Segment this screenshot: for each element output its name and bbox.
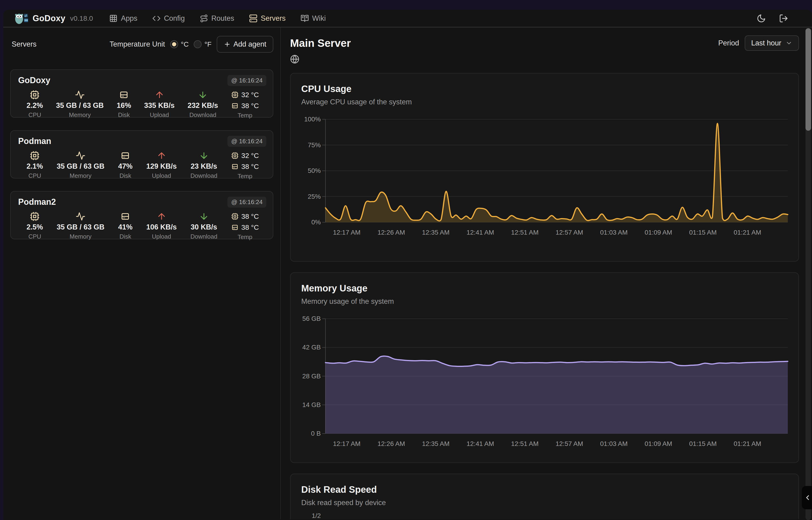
x-axis-tick: 01:15 AM: [689, 440, 717, 447]
route-icon: [200, 14, 208, 23]
cpu-usage-chart[interactable]: 100%75%50%25%0% 12:17 AM12:26 AM12:35 AM…: [301, 119, 788, 239]
x-axis-tick: 12:41 AM: [467, 440, 494, 447]
chart-plot-svg[interactable]: [326, 119, 788, 222]
radio-unselected[interactable]: [194, 40, 202, 48]
y-axis-tick: 42 GB: [301, 343, 321, 352]
chart-subtitle: Memory usage of the system: [301, 297, 788, 306]
hard-drive-icon: [231, 224, 239, 231]
cpu-chip-icon: [231, 213, 239, 220]
fahrenheit-label: °F: [204, 40, 212, 48]
arrow-up-icon: [157, 211, 166, 221]
page-title: Main Server: [290, 37, 351, 49]
celsius-label: °C: [181, 40, 189, 48]
hard-drive-icon: [120, 151, 130, 160]
chart-title: CPU Usage: [301, 84, 788, 94]
x-axis-tick: 12:57 AM: [556, 229, 583, 236]
x-axis-tick: 12:35 AM: [422, 440, 450, 447]
server-metrics: 2.5%CPU 35 GB / 63 GBMemory 41%Disk 106 …: [18, 211, 265, 241]
metric-download: 232 KB/sDownload: [188, 90, 218, 119]
arrow-up-icon: [155, 90, 164, 100]
chevron-left-icon: [804, 494, 812, 501]
hard-drive-icon: [120, 211, 130, 221]
metric-memory: 35 GB / 63 GBMemory: [56, 90, 104, 119]
temp-unit-fahrenheit-radio[interactable]: °F: [194, 40, 212, 48]
server-metrics: 2.2%CPU 35 GB / 63 GBMemory 16%Disk 335 …: [18, 90, 265, 119]
x-axis-tick: 12:26 AM: [377, 440, 405, 447]
server-metrics: 2.1%CPU 35 GB / 63 GBMemory 47%Disk 129 …: [18, 151, 265, 180]
arrow-down-icon: [199, 151, 209, 160]
navbar-actions: [757, 14, 801, 23]
x-axis-labels: 12:17 AM12:26 AM12:35 AM12:41 AM12:51 AM…: [301, 434, 788, 450]
period-label: Period: [718, 39, 739, 47]
memory-usage-card: Memory Usage Memory usage of the system …: [290, 272, 799, 463]
metric-cpu: 2.1%CPU: [27, 151, 43, 180]
brand[interactable]: GoDoxy v0.18.0: [14, 12, 93, 25]
x-axis-labels: 12:17 AM12:26 AM12:35 AM12:41 AM12:51 AM…: [301, 222, 788, 239]
metric-cpu: 2.2%CPU: [27, 90, 43, 119]
y-axis-tick: 25%: [301, 192, 321, 201]
main-panel: Main Server Period Last hour CPU Usage A…: [281, 27, 812, 519]
x-axis-tick: 12:51 AM: [511, 440, 538, 447]
x-axis-tick: 12:17 AM: [333, 440, 360, 447]
metric-disk: 41%Disk: [118, 211, 133, 241]
server-card-godoxy[interactable]: GoDoxy @ 16:16:24 2.2%CPU 35 GB / 63 GBM…: [10, 70, 273, 118]
hard-drive-icon: [231, 102, 239, 109]
metric-disk: 47%Disk: [118, 151, 133, 180]
nav-item-servers[interactable]: Servers: [249, 14, 286, 23]
metric-upload: 106 KB/sUpload: [146, 211, 177, 241]
server-card-podman2[interactable]: Podman2 @ 16:16:24 2.5%CPU 35 GB / 63 GB…: [10, 191, 273, 239]
apps-grid-icon: [109, 14, 117, 23]
plus-icon: [224, 41, 231, 48]
metric-memory: 35 GB / 63 GBMemory: [57, 211, 105, 241]
nav-label: Servers: [261, 14, 286, 23]
x-axis-tick: 12:57 AM: [556, 440, 583, 447]
temperature-unit-label: Temperature Unit: [110, 40, 165, 49]
memory-usage-chart[interactable]: 56 GB42 GB28 GB14 GB0 B 12:17 AM12:26 AM…: [301, 319, 788, 450]
metric-cpu: 2.5%CPU: [27, 211, 43, 241]
y-axis-tick: 100%: [301, 115, 321, 124]
server-list: GoDoxy @ 16:16:24 2.2%CPU 35 GB / 63 GBM…: [10, 70, 273, 239]
logout-icon[interactable]: [779, 14, 788, 23]
nav-label: Apps: [121, 14, 137, 23]
chart-plot-svg[interactable]: [326, 319, 788, 434]
metric-temp: 38 °C 38 °C Temp: [231, 211, 259, 241]
x-axis-tick: 01:09 AM: [645, 440, 672, 447]
metric-upload: 129 KB/sUpload: [146, 151, 177, 180]
x-axis-tick: 01:21 AM: [733, 229, 761, 236]
scrollbar-thumb[interactable]: [806, 28, 811, 131]
server-timestamp-badge: @ 16:16:24: [227, 197, 266, 208]
nav-item-routes[interactable]: Routes: [200, 14, 234, 23]
server-card-podman[interactable]: Podman @ 16:16:24 2.1%CPU 35 GB / 63 GBM…: [10, 130, 273, 179]
add-agent-button[interactable]: Add agent: [217, 36, 273, 53]
x-axis-tick: 01:21 AM: [733, 440, 761, 447]
godoxy-logo-icon: [14, 12, 28, 25]
theme-toggle-moon-icon[interactable]: [757, 14, 766, 23]
chevron-down-icon: [785, 40, 792, 47]
panel-collapse-handle[interactable]: [802, 486, 812, 509]
arrow-down-icon: [199, 211, 209, 221]
disk-read-speed-card: Disk Read Speed Disk read speed by devic…: [290, 474, 799, 519]
cpu-chip-icon: [30, 211, 39, 221]
radio-selected[interactable]: [170, 40, 178, 48]
period-value: Last hour: [751, 39, 781, 47]
sidebar-title: Servers: [10, 40, 36, 49]
server-timestamp-badge: @ 16:16:24: [227, 136, 266, 147]
y-axis-tick: 56 GB: [301, 314, 321, 323]
nav-label: Routes: [212, 14, 234, 23]
navbar: GoDoxy v0.18.0 Apps Config Routes Server…: [3, 10, 812, 27]
nav-item-wiki[interactable]: Wiki: [301, 14, 326, 23]
x-axis-tick: 01:03 AM: [600, 440, 627, 447]
cpu-usage-card: CPU Usage Average CPU usage of the syste…: [290, 73, 799, 262]
cpu-chip-icon: [231, 152, 239, 159]
y-axis-tick: 28 GB: [301, 372, 321, 380]
nav-label: Wiki: [312, 14, 326, 23]
nav-item-config[interactable]: Config: [152, 14, 185, 23]
app-window: GoDoxy v0.18.0 Apps Config Routes Server…: [3, 10, 812, 520]
nav-item-apps[interactable]: Apps: [109, 14, 137, 23]
chart-title: Disk Read Speed: [301, 484, 788, 495]
period-select[interactable]: Last hour: [745, 35, 799, 51]
hard-drive-icon: [119, 90, 129, 100]
temp-unit-celsius-radio[interactable]: °C: [170, 40, 189, 48]
activity-icon: [75, 90, 85, 100]
metric-download: 23 KB/sDownload: [190, 151, 218, 180]
